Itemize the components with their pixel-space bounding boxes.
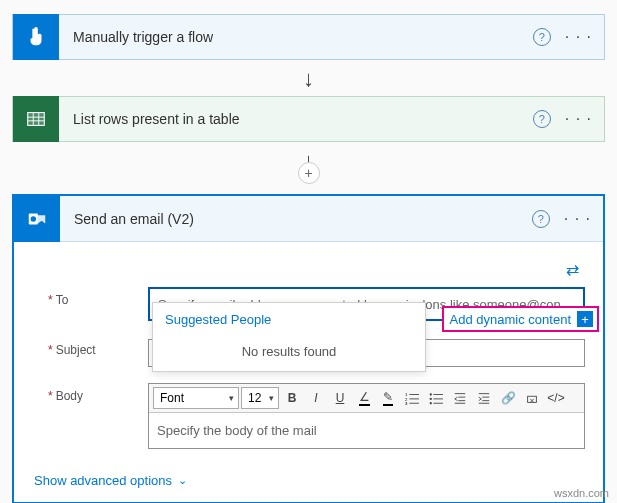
excel-icon <box>13 96 59 142</box>
numlist-button[interactable]: 123 <box>401 387 423 409</box>
to-label: To <box>48 287 148 307</box>
svg-point-7 <box>31 216 36 222</box>
italic-button[interactable]: I <box>305 387 327 409</box>
more-icon[interactable]: · · · <box>565 28 592 46</box>
bulletlist-button[interactable] <box>425 387 447 409</box>
step-listrows[interactable]: List rows present in a table ? · · · <box>12 96 605 142</box>
subject-label: Subject <box>48 337 148 357</box>
outlook-icon <box>14 196 60 242</box>
step-email-header[interactable]: Send an email (V2) ? · · · <box>14 196 603 242</box>
svg-text:3: 3 <box>405 401 408 405</box>
add-step-button[interactable]: + <box>298 162 320 184</box>
link-button[interactable]: 🔗 <box>497 387 519 409</box>
touch-icon <box>13 14 59 60</box>
svg-point-14 <box>430 393 432 395</box>
more-icon[interactable]: · · · <box>565 110 592 128</box>
editor-toolbar: Font▾ 12▾ B I U ∠ ✎ 123 🔗 </> <box>149 384 584 413</box>
plus-icon: + <box>577 311 593 327</box>
no-results-text: No results found <box>153 334 425 371</box>
body-label: Body <box>48 383 148 403</box>
fontsize-select[interactable]: 12▾ <box>241 387 279 409</box>
step-title: Send an email (V2) <box>60 211 532 227</box>
svg-rect-28 <box>528 396 537 402</box>
arrow-down-icon: ↓ <box>12 60 605 96</box>
bold-button[interactable]: B <box>281 387 303 409</box>
body-row: Body Font▾ 12▾ B I U ∠ ✎ 123 🔗 </> <box>54 383 585 449</box>
indent-button[interactable] <box>473 387 495 409</box>
fontcolor-button[interactable]: ∠ <box>353 387 375 409</box>
chevron-down-icon: ⌄ <box>178 474 187 487</box>
codeview-button[interactable]: </> <box>545 387 567 409</box>
add-dynamic-content-link[interactable]: Add dynamic content + <box>442 306 599 332</box>
font-select[interactable]: Font▾ <box>153 387 239 409</box>
help-icon[interactable]: ? <box>533 110 551 128</box>
suggested-people-panel: Suggested People No results found <box>152 302 426 372</box>
suggested-people-header: Suggested People <box>153 303 425 334</box>
watermark: wsxdn.com <box>554 487 609 499</box>
step-title: List rows present in a table <box>59 111 533 127</box>
help-icon[interactable]: ? <box>533 28 551 46</box>
more-icon[interactable]: · · · <box>564 210 591 228</box>
underline-button[interactable]: U <box>329 387 351 409</box>
svg-point-16 <box>430 398 432 400</box>
svg-point-18 <box>430 402 432 404</box>
body-editor: Font▾ 12▾ B I U ∠ ✎ 123 🔗 </> Specify <box>148 383 585 449</box>
step-trigger[interactable]: Manually trigger a flow ? · · · <box>12 14 605 60</box>
show-advanced-link[interactable]: Show advanced options ⌄ <box>34 469 585 488</box>
highlight-button[interactable]: ✎ <box>377 387 399 409</box>
body-input[interactable]: Specify the body of the mail <box>149 413 584 448</box>
clear-button[interactable] <box>521 387 543 409</box>
svg-rect-0 <box>28 113 45 126</box>
step-title: Manually trigger a flow <box>59 29 533 45</box>
outdent-button[interactable] <box>449 387 471 409</box>
swap-connection-icon[interactable]: ⇄ <box>54 256 585 287</box>
help-icon[interactable]: ? <box>532 210 550 228</box>
